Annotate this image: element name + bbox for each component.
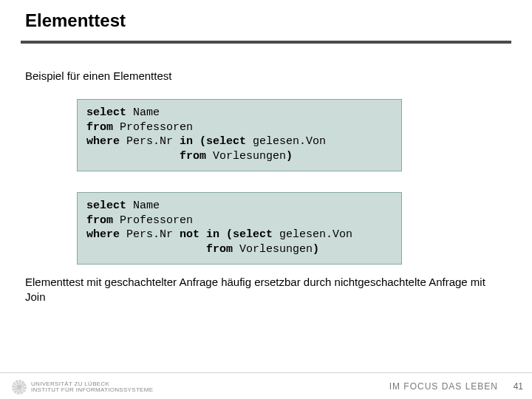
kw-where: where [86, 135, 120, 148]
code-text: Professoren [113, 121, 193, 134]
code-indent [86, 243, 206, 256]
kw-select: select [86, 200, 126, 212]
code-block-1: select Name from Professoren where Pers.… [77, 99, 402, 171]
code-text: gelesen.Von [273, 228, 352, 241]
slide-subtitle: Beispiel für einen Elementtest [25, 69, 171, 82]
code-indent [86, 150, 180, 163]
kw-from: from [180, 150, 206, 163]
university-text: UNIVERSITÄT ZU LÜBECK INSTITUT FÜR INFOR… [31, 381, 153, 394]
university-logo: UNIVERSITÄT ZU LÜBECK INSTITUT FÜR INFOR… [12, 380, 153, 395]
kw-from: from [86, 214, 113, 227]
code-block-2: select Name from Professoren where Pers.… [77, 192, 402, 265]
footer-motto: IM FOCUS DAS LEBEN [389, 381, 498, 392]
code-text: Professoren [113, 214, 193, 227]
kw-not-in-select: not in (select [180, 228, 273, 241]
slide: Elementtest Beispiel für einen Elementte… [0, 0, 532, 399]
page-number: 41 [514, 381, 523, 392]
slide-title: Elementtest [25, 10, 126, 31]
footer-rule [0, 372, 532, 373]
code-text: Vorlesungen [233, 243, 313, 256]
kw-paren: ) [286, 150, 293, 163]
code-text: Vorlesungen [206, 150, 286, 163]
university-line2: INSTITUT FÜR INFORMATIONSSYSTEME [31, 387, 153, 393]
code-text: Name [126, 106, 160, 119]
code-text: Pers.Nr [120, 228, 180, 241]
kw-from: from [86, 121, 113, 134]
code-text: Pers.Nr [120, 135, 180, 148]
title-rule [21, 41, 511, 44]
seal-icon [12, 380, 27, 395]
kw-in-select: in (select [180, 135, 246, 148]
kw-from: from [206, 243, 233, 256]
footer: UNIVERSITÄT ZU LÜBECK INSTITUT FÜR INFOR… [0, 372, 532, 399]
kw-where: where [86, 228, 120, 241]
body-text: Elementtest mit geschachtelter Anfrage h… [25, 275, 491, 304]
kw-select: select [86, 106, 126, 119]
code-text: gelesen.Von [246, 135, 326, 148]
kw-paren: ) [313, 243, 319, 256]
code-text: Name [126, 200, 160, 212]
